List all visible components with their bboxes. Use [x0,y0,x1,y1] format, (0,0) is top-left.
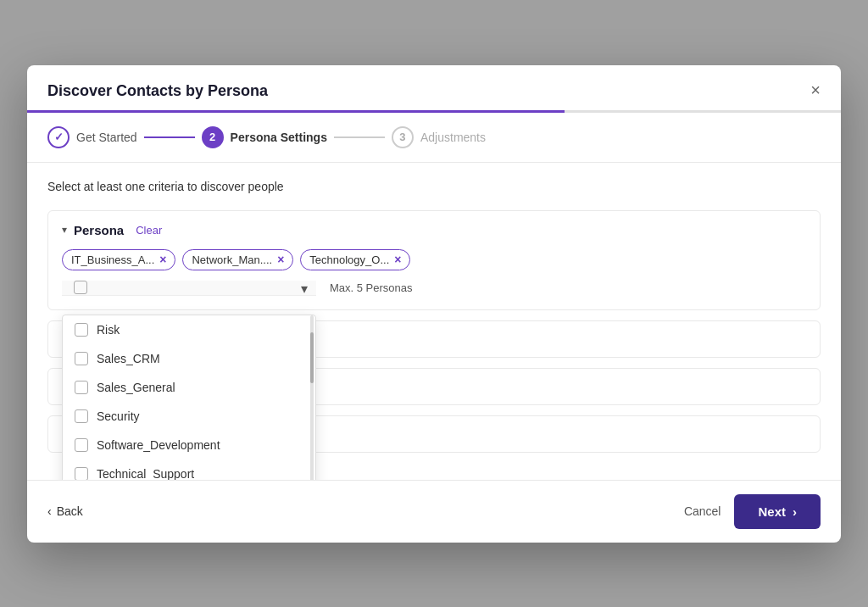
back-button[interactable]: ‹ Back [47,504,83,518]
max-personas-label: Max. 5 Personas [330,281,413,294]
persona-dropdown[interactable]: Risk Sales_CRM Sales_General Securi [62,315,316,480]
dropdown-item-label: Risk [97,323,120,337]
persona-section: ▾ Persona Clear IT_Business_A... × Netwo… [47,210,821,310]
dropdown-item-security[interactable]: Security [63,402,315,431]
checkbox-security[interactable] [75,409,88,423]
dropdown-scrollbar [310,315,314,480]
modal-header: Discover Contacts by Persona × [27,65,841,113]
stepper: ✓ Get Started 2 Persona Settings 3 Adjus… [27,113,841,163]
tag-technology-o: Technology_O... × [300,249,410,270]
dropdown-item-label: Sales_General [97,381,175,394]
tags-row: IT_Business_A... × Network_Man.... × Tec… [48,249,820,281]
scrollbar-thumb [310,332,314,383]
next-label: Next [758,504,786,519]
checkbox-sales-crm[interactable] [75,352,88,365]
persona-select-wrapper: Risk Sales_CRM Sales_General Securi [62,281,316,296]
step-get-started: ✓ Get Started [47,126,137,148]
modal-title: Discover Contacts by Persona [47,82,821,100]
persona-section-title: Persona [74,223,124,237]
dropdown-item-label: Sales_CRM [97,352,160,365]
close-button[interactable]: × [804,79,827,103]
step-adjustments: 3 Adjustments [392,126,486,148]
partial-checkbox [74,281,87,294]
dropdown-item-label: Software_Development [97,438,220,452]
tag-it-business: IT_Business_A... × [62,249,175,270]
checkbox-risk[interactable] [75,323,88,337]
chevron-right-icon: › [793,504,797,519]
chevron-down-icon: ▾ [62,224,67,236]
step-persona-settings: 2 Persona Settings [202,126,327,148]
tag-label: IT_Business_A... [71,253,154,266]
dropdown-item-sales-crm[interactable]: Sales_CRM [63,344,315,373]
step-label-3: Adjustments [420,131,486,144]
checkbox-technical-support[interactable] [75,467,88,480]
step-label-2: Persona Settings [231,131,327,144]
tag-close-network-man[interactable]: × [277,253,284,265]
checkbox-sales-general[interactable] [75,381,88,394]
dropdown-item-risk[interactable]: Risk [63,315,315,344]
tag-label: Technology_O... [309,253,389,266]
chevron-left-icon: ‹ [47,504,52,518]
tag-close-it-business[interactable]: × [159,253,166,265]
list-top-partial [62,281,316,296]
step-circle-1: ✓ [47,126,70,148]
dropdown-item-label: Security [97,409,140,423]
checkbox-software-dev[interactable] [75,438,88,452]
step-label-1: Get Started [76,131,137,144]
step-circle-3: 3 [392,126,414,148]
clear-button[interactable]: Clear [136,224,162,237]
modal-footer: ‹ Back Cancel Next › [27,480,841,543]
persona-section-header[interactable]: ▾ Persona Clear [48,211,820,249]
step-connector-2 [334,136,385,138]
dropdown-item-software-dev[interactable]: Software_Development [63,431,315,459]
tag-network-man: Network_Man.... × [182,249,293,270]
modal-body: Select at least one criteria to discover… [27,163,841,480]
next-button[interactable]: Next › [734,494,821,529]
dropdown-item-label: Technical_Support [97,467,194,480]
footer-right: Cancel Next › [684,494,821,529]
dropdown-item-sales-general[interactable]: Sales_General [63,373,315,402]
criteria-hint: Select at least one criteria to discover… [47,180,821,193]
tag-label: Network_Man.... [192,253,272,266]
step-connector-1 [144,136,195,138]
cancel-button[interactable]: Cancel [684,504,721,518]
step-circle-2: 2 [202,126,224,148]
modal-dialog: Discover Contacts by Persona × ✓ Get Sta… [27,65,841,543]
select-row: Risk Sales_CRM Sales_General Securi [48,281,820,309]
dropdown-item-technical-support[interactable]: Technical_Support [63,459,315,480]
back-label: Back [57,504,83,518]
progress-bar [27,110,841,113]
tag-close-technology-o[interactable]: × [394,253,401,265]
